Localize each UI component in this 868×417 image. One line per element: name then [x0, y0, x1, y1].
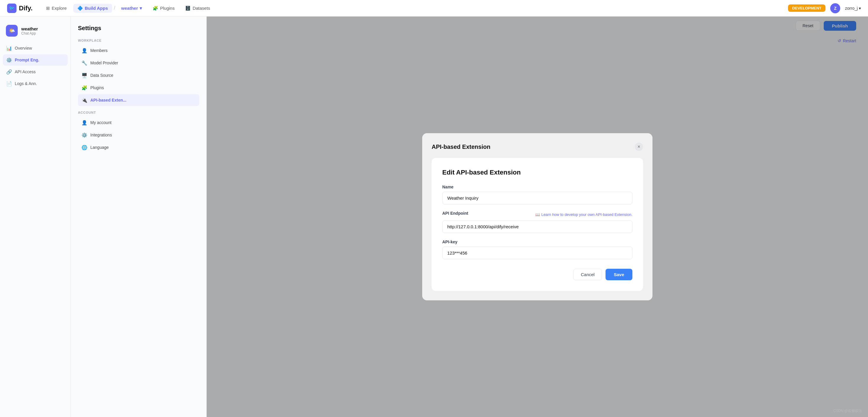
app-info: weather Chat App	[21, 26, 38, 35]
logo-text: Dify.	[19, 4, 32, 12]
build-apps-icon: 🔷	[78, 6, 83, 11]
settings-item-members[interactable]: 👤 Members	[78, 44, 199, 56]
api-endpoint-label: API Endpoint	[442, 211, 468, 216]
model-provider-icon: 🔧	[82, 60, 87, 66]
watermark: CSDN @右侧权注	[833, 409, 862, 413]
plugins-nav-icon: 🧩	[153, 6, 158, 11]
plugins-settings-icon: 🧩	[82, 85, 87, 91]
logo-icon: 🐦	[7, 4, 17, 13]
settings-panel: Settings WORKPLACE 👤 Members 🔧 Model Pro…	[71, 17, 207, 417]
sidebar-label-prompt-eng: Prompt Eng.	[15, 58, 39, 62]
settings-title: Settings	[78, 25, 199, 32]
navbar-right: DEVELOPMENT Z zorro_j ▾	[788, 3, 861, 13]
overview-icon: 📊	[6, 46, 12, 51]
chevron-down-icon: ▾	[140, 6, 142, 11]
app-type: Chat App	[21, 31, 38, 35]
sidebar-item-logs-ann[interactable]: 📄 Logs & Ann.	[3, 78, 68, 89]
nav-plugins[interactable]: 🧩 Plugins	[149, 4, 179, 13]
navbar: 🐦 Dify. ⊞ Explore 🔷 Build Apps / weather…	[0, 0, 868, 17]
nav-build-apps[interactable]: 🔷 Build Apps	[73, 4, 112, 13]
api-key-form-group: API-key	[442, 239, 632, 259]
learn-icon: 📖	[535, 212, 540, 217]
inner-modal: Edit API-based Extension Name API Endpoi…	[432, 158, 643, 291]
settings-item-api-based-exten[interactable]: 🔌 API-based Exten...	[78, 94, 199, 106]
api-access-icon: 🔗	[6, 69, 12, 75]
user-chevron-icon: ▾	[859, 6, 861, 11]
api-endpoint-form-group: API Endpoint 📖 Learn how to develop your…	[442, 211, 632, 233]
inner-modal-title: Edit API-based Extension	[442, 169, 632, 176]
settings-item-my-account[interactable]: 👤 My account	[78, 117, 199, 128]
user-name: zorro_j ▾	[845, 6, 861, 11]
nav-explore[interactable]: ⊞ Explore	[42, 4, 71, 13]
sidebar-label-api-access: API Access	[15, 69, 36, 74]
cancel-button[interactable]: Cancel	[574, 269, 602, 280]
sidebar-nav: 📊 Overview ⚙️ Prompt Eng. 🔗 API Access 📄…	[0, 42, 70, 89]
modal-header: API-based Extension ×	[432, 143, 643, 151]
settings-item-model-provider[interactable]: 🔧 Model Provider	[78, 57, 199, 69]
name-form-group: Name	[442, 185, 632, 204]
learn-link[interactable]: 📖 Learn how to develop your own API-base…	[535, 212, 632, 217]
avatar: Z	[830, 3, 840, 13]
save-button[interactable]: Save	[606, 269, 632, 280]
sidebar-item-api-access[interactable]: 🔗 API Access	[3, 66, 68, 78]
navbar-nav: ⊞ Explore 🔷 Build Apps / weather ▾ 🧩 Plu…	[42, 4, 214, 13]
logo[interactable]: 🐦 Dify.	[7, 4, 32, 13]
app-header: 🌤️ weather Chat App	[0, 21, 70, 42]
nav-datasets[interactable]: 🗄️ Datasets	[181, 4, 214, 13]
app-icon: 🌤️	[6, 25, 18, 37]
api-endpoint-input[interactable]	[442, 220, 632, 233]
language-icon: 🌐	[82, 144, 87, 150]
settings-item-data-source[interactable]: 🖥️ Data Source	[78, 69, 199, 81]
app-name: weather	[21, 26, 38, 31]
api-key-input[interactable]	[442, 247, 632, 259]
settings-item-plugins[interactable]: 🧩 Plugins	[78, 82, 199, 94]
sidebar: 🌤️ weather Chat App 📊 Overview ⚙️ Prompt…	[0, 17, 71, 417]
api-endpoint-row: API Endpoint 📖 Learn how to develop your…	[442, 211, 632, 218]
modal-close-button[interactable]: ×	[635, 143, 643, 151]
account-section-label: ACCOUNT	[78, 111, 199, 114]
my-account-icon: 👤	[82, 120, 87, 125]
breadcrumb-separator: /	[114, 5, 116, 11]
api-key-label: API-key	[442, 239, 632, 244]
sidebar-label-overview: Overview	[15, 46, 32, 51]
data-source-icon: 🖥️	[82, 72, 87, 78]
name-input[interactable]	[442, 192, 632, 204]
explore-icon: ⊞	[46, 6, 50, 11]
modal-backdrop: API-based Extension × Edit API-based Ext…	[207, 17, 868, 417]
outer-modal: API-based Extension × Edit API-based Ext…	[422, 133, 652, 300]
api-based-exten-icon: 🔌	[82, 97, 87, 103]
name-label: Name	[442, 185, 632, 189]
sidebar-item-prompt-eng[interactable]: ⚙️ Prompt Eng.	[3, 54, 68, 65]
nav-app-name[interactable]: weather ▾	[117, 4, 147, 13]
settings-item-language[interactable]: 🌐 Language	[78, 142, 199, 153]
sidebar-item-overview[interactable]: 📊 Overview	[3, 42, 68, 54]
workplace-section-label: WORKPLACE	[78, 39, 199, 42]
datasets-nav-icon: 🗄️	[185, 6, 191, 11]
dev-badge: DEVELOPMENT	[788, 4, 826, 12]
settings-item-integrations[interactable]: ⚙️ Integrations	[78, 129, 199, 141]
sidebar-label-logs-ann: Logs & Ann.	[15, 81, 37, 86]
outer-modal-title: API-based Extension	[432, 144, 490, 150]
prompt-eng-icon: ⚙️	[6, 57, 12, 63]
members-icon: 👤	[82, 48, 87, 54]
modal-actions: Cancel Save	[442, 269, 632, 280]
integrations-icon: ⚙️	[82, 132, 87, 138]
nav-breadcrumb: 🔷 Build Apps / weather ▾	[73, 4, 146, 13]
logs-ann-icon: 📄	[6, 81, 12, 86]
